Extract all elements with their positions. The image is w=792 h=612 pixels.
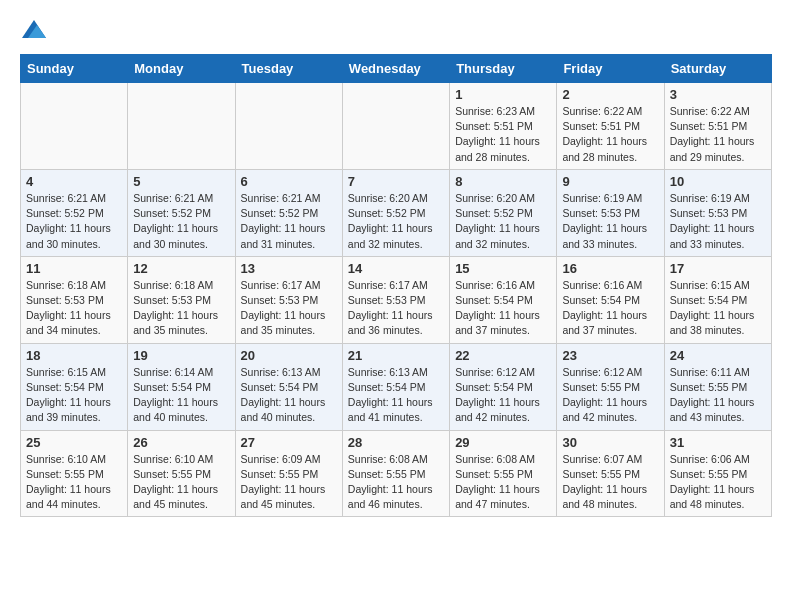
calendar-cell: 2Sunrise: 6:22 AMSunset: 5:51 PMDaylight… <box>557 83 664 170</box>
calendar-cell: 16Sunrise: 6:16 AMSunset: 5:54 PMDayligh… <box>557 256 664 343</box>
day-number: 19 <box>133 348 229 363</box>
day-detail: Sunrise: 6:08 AMSunset: 5:55 PMDaylight:… <box>348 452 444 513</box>
day-number: 3 <box>670 87 766 102</box>
calendar-cell: 3Sunrise: 6:22 AMSunset: 5:51 PMDaylight… <box>664 83 771 170</box>
calendar-cell: 9Sunrise: 6:19 AMSunset: 5:53 PMDaylight… <box>557 169 664 256</box>
day-number: 6 <box>241 174 337 189</box>
day-detail: Sunrise: 6:13 AMSunset: 5:54 PMDaylight:… <box>348 365 444 426</box>
day-number: 16 <box>562 261 658 276</box>
day-detail: Sunrise: 6:10 AMSunset: 5:55 PMDaylight:… <box>26 452 122 513</box>
day-detail: Sunrise: 6:12 AMSunset: 5:54 PMDaylight:… <box>455 365 551 426</box>
day-detail: Sunrise: 6:19 AMSunset: 5:53 PMDaylight:… <box>562 191 658 252</box>
day-detail: Sunrise: 6:20 AMSunset: 5:52 PMDaylight:… <box>348 191 444 252</box>
header-friday: Friday <box>557 55 664 83</box>
day-number: 2 <box>562 87 658 102</box>
calendar-cell: 27Sunrise: 6:09 AMSunset: 5:55 PMDayligh… <box>235 430 342 517</box>
calendar-cell: 21Sunrise: 6:13 AMSunset: 5:54 PMDayligh… <box>342 343 449 430</box>
day-detail: Sunrise: 6:17 AMSunset: 5:53 PMDaylight:… <box>348 278 444 339</box>
day-detail: Sunrise: 6:22 AMSunset: 5:51 PMDaylight:… <box>562 104 658 165</box>
calendar-cell: 18Sunrise: 6:15 AMSunset: 5:54 PMDayligh… <box>21 343 128 430</box>
day-detail: Sunrise: 6:14 AMSunset: 5:54 PMDaylight:… <box>133 365 229 426</box>
day-number: 21 <box>348 348 444 363</box>
day-number: 11 <box>26 261 122 276</box>
header-saturday: Saturday <box>664 55 771 83</box>
calendar-cell: 28Sunrise: 6:08 AMSunset: 5:55 PMDayligh… <box>342 430 449 517</box>
day-detail: Sunrise: 6:18 AMSunset: 5:53 PMDaylight:… <box>26 278 122 339</box>
calendar-week-2: 4Sunrise: 6:21 AMSunset: 5:52 PMDaylight… <box>21 169 772 256</box>
calendar-week-3: 11Sunrise: 6:18 AMSunset: 5:53 PMDayligh… <box>21 256 772 343</box>
day-detail: Sunrise: 6:21 AMSunset: 5:52 PMDaylight:… <box>241 191 337 252</box>
page-header <box>20 20 772 38</box>
day-number: 10 <box>670 174 766 189</box>
header-thursday: Thursday <box>450 55 557 83</box>
calendar-cell <box>21 83 128 170</box>
day-number: 25 <box>26 435 122 450</box>
calendar-cell: 15Sunrise: 6:16 AMSunset: 5:54 PMDayligh… <box>450 256 557 343</box>
calendar-cell: 19Sunrise: 6:14 AMSunset: 5:54 PMDayligh… <box>128 343 235 430</box>
calendar-cell: 17Sunrise: 6:15 AMSunset: 5:54 PMDayligh… <box>664 256 771 343</box>
calendar-cell: 13Sunrise: 6:17 AMSunset: 5:53 PMDayligh… <box>235 256 342 343</box>
day-detail: Sunrise: 6:06 AMSunset: 5:55 PMDaylight:… <box>670 452 766 513</box>
calendar-table: Sunday Monday Tuesday Wednesday Thursday… <box>20 54 772 517</box>
day-detail: Sunrise: 6:19 AMSunset: 5:53 PMDaylight:… <box>670 191 766 252</box>
calendar-cell: 29Sunrise: 6:08 AMSunset: 5:55 PMDayligh… <box>450 430 557 517</box>
calendar-cell: 20Sunrise: 6:13 AMSunset: 5:54 PMDayligh… <box>235 343 342 430</box>
day-number: 7 <box>348 174 444 189</box>
day-number: 15 <box>455 261 551 276</box>
logo-icon <box>22 20 46 38</box>
calendar-body: 1Sunrise: 6:23 AMSunset: 5:51 PMDaylight… <box>21 83 772 517</box>
day-detail: Sunrise: 6:16 AMSunset: 5:54 PMDaylight:… <box>455 278 551 339</box>
day-detail: Sunrise: 6:15 AMSunset: 5:54 PMDaylight:… <box>26 365 122 426</box>
day-detail: Sunrise: 6:09 AMSunset: 5:55 PMDaylight:… <box>241 452 337 513</box>
calendar-week-1: 1Sunrise: 6:23 AMSunset: 5:51 PMDaylight… <box>21 83 772 170</box>
calendar-cell: 8Sunrise: 6:20 AMSunset: 5:52 PMDaylight… <box>450 169 557 256</box>
day-number: 1 <box>455 87 551 102</box>
header-tuesday: Tuesday <box>235 55 342 83</box>
calendar-cell: 22Sunrise: 6:12 AMSunset: 5:54 PMDayligh… <box>450 343 557 430</box>
calendar-cell <box>235 83 342 170</box>
header-wednesday: Wednesday <box>342 55 449 83</box>
calendar-cell: 5Sunrise: 6:21 AMSunset: 5:52 PMDaylight… <box>128 169 235 256</box>
calendar-cell: 7Sunrise: 6:20 AMSunset: 5:52 PMDaylight… <box>342 169 449 256</box>
day-detail: Sunrise: 6:15 AMSunset: 5:54 PMDaylight:… <box>670 278 766 339</box>
day-detail: Sunrise: 6:12 AMSunset: 5:55 PMDaylight:… <box>562 365 658 426</box>
day-detail: Sunrise: 6:22 AMSunset: 5:51 PMDaylight:… <box>670 104 766 165</box>
day-number: 8 <box>455 174 551 189</box>
day-number: 9 <box>562 174 658 189</box>
day-number: 20 <box>241 348 337 363</box>
calendar-cell: 4Sunrise: 6:21 AMSunset: 5:52 PMDaylight… <box>21 169 128 256</box>
calendar-week-4: 18Sunrise: 6:15 AMSunset: 5:54 PMDayligh… <box>21 343 772 430</box>
calendar-cell: 14Sunrise: 6:17 AMSunset: 5:53 PMDayligh… <box>342 256 449 343</box>
day-number: 18 <box>26 348 122 363</box>
day-number: 17 <box>670 261 766 276</box>
calendar-week-5: 25Sunrise: 6:10 AMSunset: 5:55 PMDayligh… <box>21 430 772 517</box>
header-sunday: Sunday <box>21 55 128 83</box>
calendar-cell: 24Sunrise: 6:11 AMSunset: 5:55 PMDayligh… <box>664 343 771 430</box>
day-detail: Sunrise: 6:11 AMSunset: 5:55 PMDaylight:… <box>670 365 766 426</box>
header-monday: Monday <box>128 55 235 83</box>
calendar-cell: 10Sunrise: 6:19 AMSunset: 5:53 PMDayligh… <box>664 169 771 256</box>
day-detail: Sunrise: 6:21 AMSunset: 5:52 PMDaylight:… <box>133 191 229 252</box>
day-detail: Sunrise: 6:23 AMSunset: 5:51 PMDaylight:… <box>455 104 551 165</box>
day-number: 31 <box>670 435 766 450</box>
day-number: 12 <box>133 261 229 276</box>
calendar-header-row: Sunday Monday Tuesday Wednesday Thursday… <box>21 55 772 83</box>
day-number: 30 <box>562 435 658 450</box>
calendar-cell: 12Sunrise: 6:18 AMSunset: 5:53 PMDayligh… <box>128 256 235 343</box>
calendar-cell <box>128 83 235 170</box>
day-number: 13 <box>241 261 337 276</box>
day-number: 22 <box>455 348 551 363</box>
day-number: 28 <box>348 435 444 450</box>
calendar-cell <box>342 83 449 170</box>
calendar-cell: 26Sunrise: 6:10 AMSunset: 5:55 PMDayligh… <box>128 430 235 517</box>
day-detail: Sunrise: 6:10 AMSunset: 5:55 PMDaylight:… <box>133 452 229 513</box>
day-number: 14 <box>348 261 444 276</box>
day-number: 4 <box>26 174 122 189</box>
day-number: 26 <box>133 435 229 450</box>
logo <box>20 20 46 38</box>
day-detail: Sunrise: 6:16 AMSunset: 5:54 PMDaylight:… <box>562 278 658 339</box>
calendar-cell: 31Sunrise: 6:06 AMSunset: 5:55 PMDayligh… <box>664 430 771 517</box>
day-detail: Sunrise: 6:07 AMSunset: 5:55 PMDaylight:… <box>562 452 658 513</box>
day-detail: Sunrise: 6:18 AMSunset: 5:53 PMDaylight:… <box>133 278 229 339</box>
day-detail: Sunrise: 6:13 AMSunset: 5:54 PMDaylight:… <box>241 365 337 426</box>
